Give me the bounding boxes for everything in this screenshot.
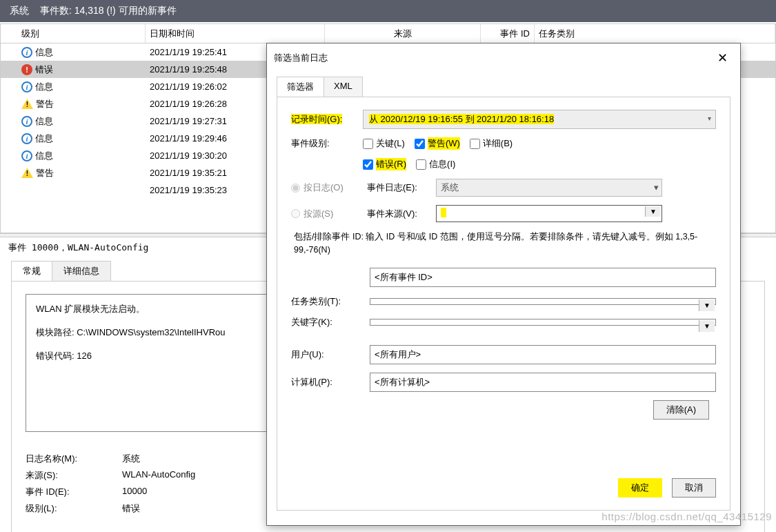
col-source[interactable]: 来源 xyxy=(325,24,481,43)
meta-source-v: WLAN-AutoConfig xyxy=(122,469,195,482)
detail-body: WLAN 扩展模块无法启动。 模块路径: C:\WINDOWS\system32… xyxy=(26,294,288,432)
detail-line1: WLAN 扩展模块无法启动。 xyxy=(36,303,277,315)
tab-filter[interactable]: 筛选器 xyxy=(277,77,324,97)
level-text: 信息 xyxy=(35,132,53,145)
level-text: 警告 xyxy=(36,167,54,179)
chk-critical[interactable]: 关键(L) xyxy=(363,137,405,150)
close-icon[interactable]: ✕ xyxy=(712,49,733,67)
dialog-title: 筛选当前日志 xyxy=(274,52,328,64)
info-icon: i xyxy=(21,133,32,144)
tab-details[interactable]: 详细信息 xyxy=(52,261,111,281)
computer-label: 计算机(P): xyxy=(291,376,367,388)
col-level[interactable]: 级别 xyxy=(1,24,146,43)
event-source-label: 事件来源(V): xyxy=(367,208,436,220)
user-input[interactable]: <所有用户> xyxy=(370,345,716,364)
event-log-dropdown: 系统▾ xyxy=(436,179,662,197)
meta-eid-l: 事件 ID(E): xyxy=(26,486,122,498)
task-label: 任务类别(T): xyxy=(291,295,367,308)
chk-error[interactable]: 错误(R) xyxy=(363,158,406,170)
chevron-down-icon: ▾ xyxy=(708,115,711,122)
window-titlebar: 系统 事件数: 14,318 (!) 可用的新事件 xyxy=(0,0,776,22)
info-icon: i xyxy=(21,81,32,92)
warn-icon: ! xyxy=(21,168,33,178)
event-source-dropdown[interactable]: ▼ xyxy=(436,205,662,222)
col-event-id[interactable]: 事件 ID xyxy=(481,24,535,43)
time-dropdown[interactable]: 从 2020/12/19 19:16:55 到 2021/1/20 18:16:… xyxy=(363,110,716,129)
time-value: 从 2020/12/19 19:16:55 到 2021/1/20 18:16:… xyxy=(369,114,554,124)
info-icon: i xyxy=(21,150,32,161)
level-label: 事件级别: xyxy=(291,137,363,150)
grid-header: 级别 日期和时间 来源 事件 ID 任务类别 xyxy=(1,24,775,43)
time-label: 记录时间(G): xyxy=(291,113,363,126)
warn-icon: ! xyxy=(21,99,33,109)
keywords-label: 关键字(K): xyxy=(291,316,367,328)
chevron-down-icon: ▼ xyxy=(699,299,715,311)
cancel-button[interactable]: 取消 xyxy=(672,478,716,497)
meta-source-l: 来源(S): xyxy=(26,469,122,482)
chk-info[interactable]: 信息(I) xyxy=(416,158,455,170)
level-text: 信息 xyxy=(35,81,53,93)
col-datetime[interactable]: 日期和时间 xyxy=(146,24,325,43)
clear-button[interactable]: 清除(A) xyxy=(653,400,709,420)
chk-verbose[interactable]: 详细(B) xyxy=(470,137,513,150)
err-icon: ! xyxy=(21,64,32,75)
meta-level-l: 级别(L): xyxy=(26,502,122,515)
info-icon: i xyxy=(21,116,32,127)
user-label: 用户(U): xyxy=(291,348,367,361)
keywords-dropdown[interactable]: ▼ xyxy=(370,319,716,326)
meta-logname-v: 系统 xyxy=(122,453,140,465)
tab-xml[interactable]: XML xyxy=(324,77,363,97)
level-text: 错误 xyxy=(35,63,53,76)
filter-dialog: 筛选当前日志 ✕ 筛选器 XML 记录时间(G): 从 2020/12/19 1… xyxy=(266,43,741,526)
task-dropdown[interactable]: ▼ xyxy=(370,298,716,305)
radio-by-source: 按源(S) xyxy=(291,208,367,220)
meta-level-v: 错误 xyxy=(122,502,140,515)
chk-warning[interactable]: 警告(W) xyxy=(415,137,460,150)
info-icon: i xyxy=(21,47,32,58)
chevron-down-icon: ▼ xyxy=(699,320,715,332)
title-text: 系统 xyxy=(10,5,29,17)
event-log-label: 事件日志(E): xyxy=(367,181,436,194)
tab-general[interactable]: 常规 xyxy=(11,261,52,281)
radio-by-log: 按日志(O) xyxy=(291,181,367,194)
ok-button[interactable]: 确定 xyxy=(618,478,662,497)
level-text: 警告 xyxy=(36,98,54,110)
event-ids-input[interactable]: <所有事件 ID> xyxy=(370,268,716,287)
level-text: 信息 xyxy=(35,150,53,162)
help-text: 包括/排除事件 ID: 输入 ID 号和/或 ID 范围，使用逗号分隔。若要排除… xyxy=(291,230,716,257)
meta-logname-l: 日志名称(M): xyxy=(26,453,122,465)
level-text: 信息 xyxy=(35,46,53,59)
events-count: 事件数: 14,318 (!) 可用的新事件 xyxy=(40,5,177,17)
level-text: 信息 xyxy=(35,115,53,128)
chevron-down-icon: ▾ xyxy=(654,182,659,193)
computer-input[interactable]: <所有计算机> xyxy=(370,373,716,392)
col-category[interactable]: 任务类别 xyxy=(535,24,775,43)
detail-line3: 错误代码: 126 xyxy=(36,350,277,362)
detail-line2: 模块路径: C:\WINDOWS\system32\IntelIHVRou xyxy=(36,326,277,339)
chevron-down-icon: ▼ xyxy=(645,206,661,217)
meta-eid-v: 10000 xyxy=(122,486,147,498)
